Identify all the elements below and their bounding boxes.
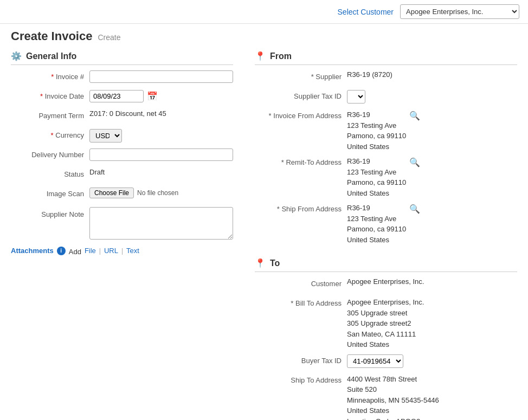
supplier-tax-dropdown[interactable] <box>347 90 365 104</box>
invoice-from-address-row: * Invoice From Address R36-19 123 Testin… <box>255 109 517 152</box>
add-label: Add <box>69 245 81 256</box>
customer-select[interactable]: Apogee Enterprises, Inc. <box>400 4 519 19</box>
delivery-number-label: Delivery Number <box>11 148 89 159</box>
ship-from-address-value: R36-19 123 Testing Ave Pamono, ca 99110 … <box>347 203 517 245</box>
invoice-from-address-value: R36-19 123 Testing Ave Pamono, ca 99110 … <box>347 109 517 152</box>
invoice-date-row: * Invoice Date 📅 <box>11 90 233 105</box>
ship-from-address-label: * Ship From Address <box>255 203 347 213</box>
general-info-title: General Info <box>26 51 76 61</box>
attach-url-link[interactable]: URL <box>104 247 118 255</box>
ship-to-address-text: 4400 West 78th Street Suite 520 Minneapo… <box>347 374 439 421</box>
separator-2: | <box>121 247 123 255</box>
ship-to-address-label: Ship To Address <box>255 374 347 384</box>
buyer-tax-id-value: 41-0919654 <box>347 354 517 368</box>
supplier-row: * Supplier R36-19 (8720) <box>255 70 517 86</box>
delivery-number-input[interactable] <box>89 148 233 161</box>
remit-to-address-row: * Remit-To Address R36-19 123 Testing Av… <box>255 156 517 198</box>
ship-from-address-text: R36-19 123 Testing Ave Pamono, ca 99110 … <box>347 203 406 245</box>
remit-to-address-text: R36-19 123 Testing Ave Pamono, ca 99110 … <box>347 156 406 198</box>
page-subtitle: Create <box>98 33 120 42</box>
delivery-number-value <box>89 148 233 161</box>
from-section-header: 📍 From <box>255 47 517 65</box>
page-title: Create Invoice <box>11 29 92 43</box>
status-row: Status Draft <box>11 168 233 183</box>
supplier-note-textarea[interactable] <box>89 207 233 240</box>
buyer-tax-id-label: Buyer Tax ID <box>255 354 347 365</box>
bill-to-address-label: * Bill To Address <box>255 297 347 307</box>
supplier-note-label: Supplier Note <box>11 207 89 218</box>
payment-term-row: Payment Term Z017: 0 Discount, net 45 <box>11 109 233 125</box>
from-section-title: From <box>270 51 292 61</box>
status-label: Status <box>11 168 89 178</box>
attach-file-link[interactable]: File <box>85 247 96 255</box>
info-icon: i <box>57 247 66 255</box>
currency-label: * Currency <box>11 129 89 139</box>
invoice-date-label: * Invoice Date <box>11 90 89 100</box>
customer-value: Apogee Enterprises, Inc. <box>347 277 517 286</box>
currency-value: USD <box>89 129 233 143</box>
supplier-note-value <box>89 207 233 241</box>
to-section: 📍 To Customer Apogee Enterprises, Inc. *… <box>255 254 517 420</box>
bill-to-address-row: * Bill To Address Apogee Enterprises, In… <box>255 297 517 350</box>
status-value: Draft <box>89 168 233 176</box>
invoice-from-address-text: R36-19 123 Testing Ave Pamono, ca 99110 … <box>347 109 406 152</box>
separator-1: | <box>99 247 101 255</box>
invoice-number-row: * Invoice # <box>11 70 233 86</box>
to-location-pin-icon: 📍 <box>255 258 266 268</box>
invoice-number-label: * Invoice # <box>11 70 89 81</box>
calendar-icon[interactable]: 📅 <box>147 91 158 101</box>
general-info-header: ⚙️ General Info <box>11 47 233 65</box>
image-scan-row: Image Scan Choose File No file chosen <box>11 188 233 203</box>
gear-icon: ⚙️ <box>11 51 22 61</box>
payment-term-value: Z017: 0 Discount, net 45 <box>89 109 233 118</box>
currency-select[interactable]: USD <box>89 129 122 143</box>
no-file-text: No file chosen <box>137 189 178 197</box>
left-panel: ⚙️ General Info * Invoice # * Invoice Da… <box>11 47 244 420</box>
supplier-value: R36-19 (8720) <box>347 70 517 79</box>
delivery-number-row: Delivery Number <box>11 148 233 164</box>
select-customer-label: Select Customer <box>338 8 394 16</box>
location-pin-icon: 📍 <box>255 51 266 61</box>
bill-to-address-value: Apogee Enterprises, Inc. 305 Upgrade str… <box>347 297 517 350</box>
attach-text-link[interactable]: Text <box>126 247 139 255</box>
invoice-from-address-label: * Invoice From Address <box>255 109 347 120</box>
to-section-title: To <box>270 259 280 268</box>
supplier-tax-id-row: Supplier Tax ID <box>255 90 517 105</box>
payment-term-label: Payment Term <box>11 109 89 120</box>
supplier-tax-id-value <box>347 90 517 104</box>
customer-label: Customer <box>255 277 347 288</box>
attachments-label: Attachments <box>11 247 54 255</box>
choose-file-button[interactable]: Choose File <box>89 188 134 198</box>
attachments-row: Attachments i Add File | URL | Text <box>11 245 233 256</box>
buyer-tax-id-select[interactable]: 41-0919654 <box>347 354 403 368</box>
page-header: Create Invoice Create <box>0 24 528 47</box>
invoice-from-address-search-icon[interactable]: 🔍 <box>409 111 420 121</box>
top-bar: Select Customer Apogee Enterprises, Inc. <box>0 0 528 24</box>
remit-to-address-label: * Remit-To Address <box>255 156 347 166</box>
ship-to-address-value: 4400 West 78th Street Suite 520 Minneapo… <box>347 374 517 421</box>
buyer-tax-id-row: Buyer Tax ID 41-0919654 <box>255 354 517 370</box>
main-content: ⚙️ General Info * Invoice # * Invoice Da… <box>0 47 528 420</box>
supplier-note-row: Supplier Note <box>11 207 233 241</box>
ship-to-address-row: Ship To Address 4400 West 78th Street Su… <box>255 374 517 421</box>
remit-to-address-search-icon[interactable]: 🔍 <box>409 157 420 167</box>
currency-row: * Currency USD <box>11 129 233 144</box>
bill-to-address-text: Apogee Enterprises, Inc. 305 Upgrade str… <box>347 297 424 350</box>
supplier-tax-id-label: Supplier Tax ID <box>255 90 347 100</box>
right-panel: 📍 From * Supplier R36-19 (8720) Supplier… <box>244 47 517 420</box>
customer-row: Customer Apogee Enterprises, Inc. <box>255 277 517 293</box>
ship-from-address-search-icon[interactable]: 🔍 <box>409 204 420 214</box>
supplier-label: * Supplier <box>255 70 347 81</box>
invoice-number-value <box>89 70 233 83</box>
ship-from-address-row: * Ship From Address R36-19 123 Testing A… <box>255 203 517 245</box>
invoice-date-input[interactable] <box>89 90 144 102</box>
invoice-date-value: 📅 <box>89 90 233 102</box>
image-scan-label: Image Scan <box>11 188 89 198</box>
invoice-number-input[interactable] <box>89 70 233 83</box>
to-section-header: 📍 To <box>255 254 517 272</box>
image-scan-value: Choose File No file chosen <box>89 188 233 198</box>
remit-to-address-value: R36-19 123 Testing Ave Pamono, ca 99110 … <box>347 156 517 198</box>
